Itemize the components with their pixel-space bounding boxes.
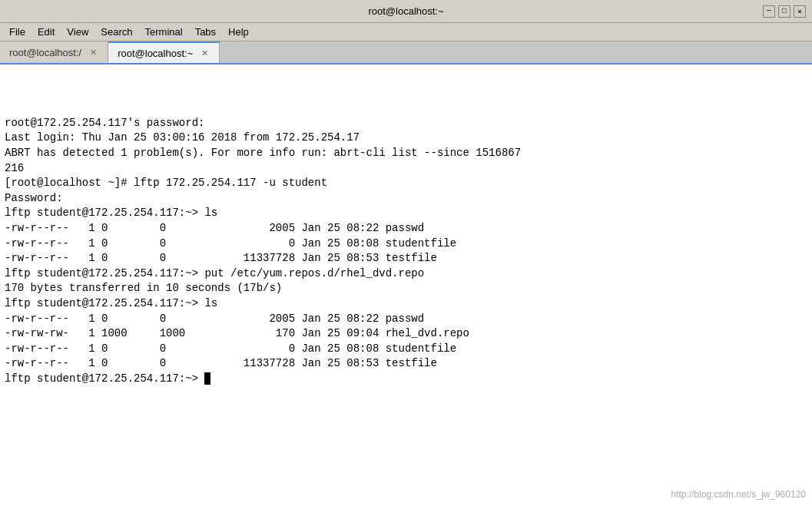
menubar: FileEditViewSearchTerminalTabsHelp <box>0 23 812 41</box>
tab-label-1: root@localhost:~ <box>118 48 193 59</box>
tab-0[interactable]: root@localhost:/✕ <box>0 41 108 63</box>
menu-item-terminal[interactable]: Terminal <box>139 25 189 39</box>
tabbar: root@localhost:/✕root@localhost:~✕ <box>0 41 812 64</box>
window-controls[interactable]: ─ □ ✕ <box>763 5 806 18</box>
close-button[interactable]: ✕ <box>794 5 806 18</box>
menu-item-tabs[interactable]: Tabs <box>189 25 222 39</box>
tab-close-1[interactable]: ✕ <box>199 48 210 58</box>
tab-label-0: root@localhost:/ <box>9 47 81 58</box>
titlebar: root@localhost:~ ─ □ ✕ <box>0 0 812 23</box>
terminal-content: root@172.25.254.117's password: Last log… <box>5 71 807 386</box>
menu-item-file[interactable]: File <box>3 25 31 39</box>
menu-item-view[interactable]: View <box>61 25 94 39</box>
menu-item-search[interactable]: Search <box>94 25 138 39</box>
terminal-cursor <box>204 372 210 385</box>
tab-1[interactable]: root@localhost:~✕ <box>108 41 220 63</box>
window-title: root@localhost:~ <box>368 5 443 17</box>
tab-close-0[interactable]: ✕ <box>88 47 98 58</box>
minimize-button[interactable]: ─ <box>763 5 775 18</box>
terminal: root@172.25.254.117's password: Last log… <box>0 64 812 506</box>
menu-item-help[interactable]: Help <box>222 25 255 39</box>
maximize-button[interactable]: □ <box>778 5 790 18</box>
menu-item-edit[interactable]: Edit <box>31 25 61 39</box>
watermark: http://blog.csdn.net/s_jw_960120 <box>671 489 806 500</box>
